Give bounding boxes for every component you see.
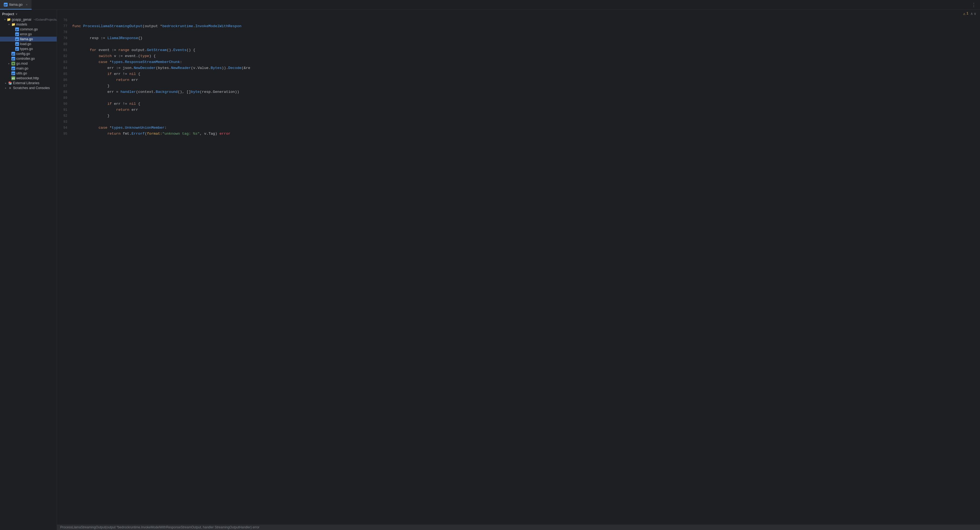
- scratches-icon: ≡: [8, 86, 12, 90]
- sidebar-item-load-go[interactable]: go load.go: [0, 42, 57, 46]
- code-line-86: 86 return err: [57, 77, 980, 83]
- go-file-icon: go: [15, 32, 19, 36]
- line-number: 85: [57, 71, 71, 77]
- sidebar-item-main-go[interactable]: go main.go: [0, 66, 57, 71]
- top-bar: go llama.go × ⋮: [0, 0, 980, 10]
- code-line-79: 79 resp := Llama3Response{}: [57, 35, 980, 41]
- sidebar-item-goapp_genai[interactable]: ▾ 📁 goapp_genai ~/GolandProjects/g: [0, 17, 57, 22]
- code-line-81: 81 for event := range output.GetStream()…: [57, 47, 980, 53]
- external-libraries-icon: 📚: [8, 81, 12, 85]
- chevron-right-icon: ▸: [4, 82, 7, 85]
- line-number: 94: [57, 125, 71, 131]
- line-number: 82: [57, 53, 71, 59]
- tab-file-icon: go: [4, 3, 8, 6]
- code-line-95: 95 return fmt.Errorf(format:"unknown tag…: [57, 131, 980, 137]
- line-content: return fmt.Errorf(format:"unknown tag: %…: [71, 131, 980, 137]
- sidebar-item-websocket-http[interactable]: API websocket.http: [0, 76, 57, 81]
- code-line-87: 87 }: [57, 83, 980, 89]
- chevron-right-icon: ▸: [4, 86, 7, 89]
- line-content: return err: [71, 107, 980, 113]
- line-number: 89: [57, 95, 71, 101]
- line-number: 87: [57, 83, 71, 89]
- code-line-80: 80: [57, 41, 980, 47]
- line-number: 77: [57, 23, 71, 29]
- sidebar-item-config-go[interactable]: go config.go: [0, 51, 57, 56]
- line-number: 81: [57, 47, 71, 53]
- tab-label: llama.go: [9, 2, 22, 6]
- line-content: switch v := event.(type) {: [71, 53, 980, 59]
- sidebar-item-label: go.mod: [16, 62, 28, 65]
- sidebar-header: Project ∨: [0, 11, 57, 17]
- code-line-78: 78: [57, 29, 980, 35]
- line-content: }: [71, 83, 980, 89]
- sidebar-item-common-go[interactable]: go common.go: [0, 27, 57, 32]
- line-content: err = handler(context.Background(), []by…: [71, 89, 980, 95]
- sidebar-item-models[interactable]: ▾ 📁 models: [0, 22, 57, 27]
- chevron-right-icon: ▸: [8, 62, 10, 65]
- code-line-90: 90 if err != nil {: [57, 101, 980, 107]
- sidebar-item-label: websocket.http: [16, 76, 39, 80]
- line-number: 78: [57, 29, 71, 35]
- sidebar-chevron[interactable]: ∨: [16, 13, 18, 16]
- sidebar-item-types-go[interactable]: go types.go: [0, 46, 57, 51]
- line-number: 92: [57, 113, 71, 119]
- path-hint: ~/GolandProjects/g: [33, 18, 57, 21]
- sidebar-item-scratches[interactable]: ▸ ≡ Scratches and Consoles: [0, 86, 57, 90]
- code-line-77: 77 func ProcessLlamaStreamingOutput(outp…: [57, 23, 980, 29]
- sidebar-item-controller-go[interactable]: go controller.go: [0, 56, 57, 61]
- sidebar-item-label: error.go: [20, 32, 32, 36]
- sidebar-item-go-mod[interactable]: ▸ M go.mod: [0, 61, 57, 66]
- nav-up-icon[interactable]: ∧: [970, 11, 973, 16]
- code-line-83: 83 case *types.ResponseStreamMemberChunk…: [57, 59, 980, 65]
- sidebar-item-utils-go[interactable]: go utils.go: [0, 71, 57, 76]
- line-content: for event := range output.GetStream().Ev…: [71, 47, 980, 53]
- tab-llama-go[interactable]: go llama.go ×: [0, 0, 32, 10]
- tab-close-button[interactable]: ×: [26, 3, 27, 6]
- nav-arrows: ∧ ∨: [970, 11, 976, 16]
- go-file-icon: go: [15, 37, 19, 41]
- go-file-icon: go: [15, 27, 19, 31]
- code-line-88: 88 err = handler(context.Background(), […: [57, 89, 980, 95]
- mod-file-icon: M: [11, 62, 15, 65]
- sidebar-item-label: goapp_genai: [12, 18, 31, 21]
- go-file-icon: go: [11, 67, 15, 70]
- line-content: }: [71, 113, 980, 119]
- line-number: 91: [57, 107, 71, 113]
- line-number: 76: [57, 18, 71, 23]
- code-line-91: 91 return err: [57, 107, 980, 113]
- main-layout: Project ∨ ▾ 📁 goapp_genai ~/GolandProjec…: [0, 10, 980, 530]
- sidebar-item-label: llama.go: [20, 37, 33, 41]
- more-options-button[interactable]: ⋮: [971, 2, 980, 8]
- line-content: func ProcessLlamaStreamingOutput(output …: [71, 23, 980, 29]
- line-content: if err != nil {: [71, 101, 980, 107]
- sidebar-item-label: controller.go: [16, 57, 35, 61]
- sidebar-item-label: types.go: [20, 47, 33, 51]
- line-number: 95: [57, 131, 71, 137]
- code-line-92: 92 }: [57, 113, 980, 119]
- sidebar-item-label: Scratches and Consoles: [13, 86, 50, 90]
- code-editor[interactable]: 76 77 func ProcessLlamaStreamingOutput(o…: [57, 18, 980, 524]
- nav-down-icon[interactable]: ∨: [974, 11, 976, 16]
- chevron-down-icon: ▾: [4, 18, 6, 21]
- sidebar-item-error-go[interactable]: go error.go: [0, 32, 57, 37]
- go-file-icon: go: [11, 52, 15, 56]
- line-number: 79: [57, 35, 71, 41]
- line-content: return err: [71, 77, 980, 83]
- sidebar-item-external-libraries[interactable]: ▸ 📚 External Libraries: [0, 81, 57, 86]
- sidebar-item-llama-go[interactable]: go llama.go: [0, 37, 57, 42]
- line-number: 84: [57, 65, 71, 71]
- sidebar-item-label: common.go: [20, 27, 38, 31]
- sidebar-item-label: utils.go: [16, 72, 27, 75]
- warning-icon: ⚠: [963, 11, 965, 16]
- folder-open-icon: 📁: [7, 18, 11, 21]
- folder-open-icon: 📁: [11, 22, 15, 26]
- code-line-85: 85 if err != nil {: [57, 71, 980, 77]
- code-line-76: 76: [57, 18, 980, 23]
- go-file-icon: go: [11, 57, 15, 61]
- sidebar-title: Project: [2, 12, 14, 16]
- chevron-down-icon: ▾: [8, 23, 10, 26]
- line-number: 86: [57, 77, 71, 83]
- go-file-icon: go: [15, 42, 19, 46]
- sidebar-item-label: load.go: [20, 42, 31, 46]
- go-file-icon: go: [11, 72, 15, 75]
